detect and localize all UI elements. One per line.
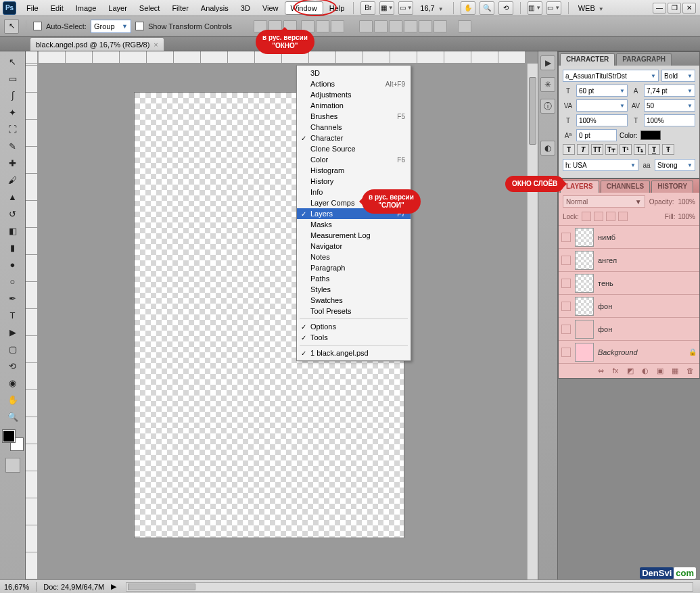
history-tab[interactable]: HISTORY — [651, 181, 693, 193]
magic-wand-tool[interactable]: ✦ — [5, 105, 21, 120]
ruler-origin[interactable] — [26, 51, 38, 64]
auto-select-checkbox[interactable] — [33, 22, 42, 30]
menu-item-paragraph[interactable]: Paragraph — [297, 262, 411, 273]
menu-item-navigator[interactable]: Navigator — [297, 241, 411, 252]
arrange-docs-button[interactable]: ▥▼ — [528, 1, 542, 15]
menu-item-adjustments[interactable]: Adjustments — [297, 89, 411, 100]
distribute-button[interactable] — [374, 20, 388, 32]
paragraph-tab[interactable]: PARAGRAPH — [616, 53, 672, 66]
eraser-tool[interactable]: ◧ — [5, 223, 21, 238]
type-tool[interactable]: T — [5, 308, 21, 323]
font-size-field[interactable]: 60 pt▼ — [576, 85, 628, 97]
horizontal-scrollbar[interactable] — [126, 582, 693, 592]
3d-orbit-tool[interactable]: ◉ — [5, 375, 21, 390]
show-transform-checkbox[interactable] — [135, 22, 144, 30]
brush-tool[interactable]: 🖌 — [5, 172, 21, 187]
align-right-button[interactable] — [331, 20, 344, 32]
menu-item-actions[interactable]: ActionsAlt+F9 — [297, 78, 411, 89]
layer-row[interactable]: фон — [559, 317, 699, 340]
3d-rotate-tool[interactable]: ⟲ — [5, 358, 21, 373]
opacity-value[interactable]: 100% — [678, 198, 695, 206]
vertical-ruler[interactable] — [26, 64, 38, 579]
menu-view[interactable]: View — [256, 1, 285, 15]
zoom-percentage[interactable]: 16,67% — [4, 583, 29, 591]
menu-item-document[interactable]: 1 black.angel.psd — [297, 348, 411, 358]
menu-analysis[interactable]: Analysis — [195, 1, 235, 15]
menu-item-paths[interactable]: Paths — [297, 273, 411, 284]
layer-thumbnail[interactable] — [575, 228, 594, 247]
menu-window[interactable]: Window — [285, 1, 323, 15]
menu-item-measurement-log[interactable]: Measurement Log — [297, 230, 411, 241]
menu-item-masks[interactable]: Masks — [297, 219, 411, 230]
doc-info-arrow[interactable]: ▶ — [111, 582, 116, 591]
layer-name[interactable]: ангел — [598, 256, 617, 264]
font-family-select[interactable]: a_AssuanTitulStrDst▼ — [563, 70, 659, 82]
screen-mode-button[interactable]: ▭▼ — [398, 1, 413, 15]
blur-tool[interactable]: ● — [5, 257, 21, 272]
layer-name[interactable]: Background — [598, 348, 638, 356]
menu-help[interactable]: Help — [323, 1, 351, 15]
layer-visibility-toggle[interactable] — [561, 279, 571, 288]
menu-item-channels[interactable]: Channels — [297, 122, 411, 133]
layer-thumbnail[interactable] — [575, 320, 594, 339]
menu-3d[interactable]: 3D — [235, 1, 256, 15]
layer-row[interactable]: ангел — [559, 248, 699, 271]
menu-item-3d[interactable]: 3D — [297, 68, 411, 78]
layer-visibility-toggle[interactable] — [561, 256, 571, 265]
new-layer-icon[interactable]: ▦ — [670, 366, 680, 376]
layer-mask-icon[interactable]: ◩ — [625, 366, 636, 376]
smallcaps-button[interactable]: Tᴛ — [605, 144, 617, 155]
gradient-tool[interactable]: ▮ — [5, 240, 21, 255]
align-hcenter-button[interactable] — [316, 20, 329, 32]
lock-position-button[interactable] — [606, 212, 615, 221]
delete-layer-icon[interactable]: 🗑 — [684, 366, 695, 376]
distribute-button[interactable] — [404, 20, 417, 32]
marquee-tool[interactable]: ▭ — [5, 71, 21, 86]
distribute-button[interactable] — [434, 20, 447, 32]
layer-thumbnail[interactable] — [575, 251, 594, 270]
zoom-tool[interactable]: 🔍 — [5, 409, 21, 424]
layer-name[interactable]: фон — [598, 302, 612, 310]
leading-field[interactable]: 7,74 pt▼ — [644, 85, 695, 97]
scrollbar-thumb[interactable] — [128, 584, 195, 590]
compass-icon[interactable]: ✳ — [540, 77, 555, 92]
menu-item-history[interactable]: History — [297, 176, 411, 187]
workspace-selector[interactable]: WEB ▼ — [576, 4, 607, 12]
menu-item-tool-presets[interactable]: Tool Presets — [297, 306, 411, 316]
menu-layer[interactable]: Layer — [102, 1, 133, 15]
strikethrough-button[interactable]: Ŧ — [662, 144, 674, 155]
circle-icon[interactable]: ◐ — [540, 141, 555, 156]
menu-item-color[interactable]: ColorF6 — [297, 154, 411, 165]
layer-name[interactable]: нимб — [598, 233, 615, 241]
menu-image[interactable]: Image — [70, 1, 103, 15]
quick-mask-toggle[interactable] — [5, 458, 20, 473]
menu-filter[interactable]: Filter — [166, 1, 194, 15]
close-tab-icon[interactable]: × — [154, 41, 158, 49]
baseline-field[interactable]: 0 pt — [576, 129, 617, 141]
layer-style-icon[interactable]: fx — [610, 366, 621, 376]
layer-thumbnail[interactable] — [575, 274, 594, 293]
lock-all-button[interactable] — [618, 212, 628, 221]
lock-pixels-button[interactable] — [594, 212, 603, 221]
history-brush-tool[interactable]: ↺ — [5, 206, 21, 221]
foreground-color-swatch[interactable] — [3, 430, 15, 442]
zoom-level[interactable]: 16,7 ▼ — [417, 4, 446, 12]
menu-item-styles[interactable]: Styles — [297, 284, 411, 295]
hscale-field[interactable]: 100% — [644, 114, 695, 126]
layer-row[interactable]: нимб — [559, 225, 699, 248]
dodge-tool[interactable]: ○ — [5, 274, 21, 289]
view-extras-button[interactable]: ▦▼ — [379, 1, 394, 15]
hand-tool-icon[interactable]: ✋ — [461, 1, 475, 15]
superscript-button[interactable]: T¹ — [620, 144, 632, 155]
lock-transparency-button[interactable] — [582, 212, 591, 221]
menu-item-clone-source[interactable]: Clone Source — [297, 143, 411, 154]
layer-visibility-toggle[interactable] — [561, 302, 571, 311]
layer-visibility-toggle[interactable] — [561, 233, 571, 242]
layer-name[interactable]: фон — [598, 325, 612, 333]
antialias-select[interactable]: Strong▼ — [655, 159, 695, 171]
menu-item-brushes[interactable]: BrushesF5 — [297, 111, 411, 122]
underline-button[interactable]: T — [648, 144, 660, 155]
menu-item-options[interactable]: Options — [297, 321, 411, 332]
layer-row[interactable]: фон — [559, 294, 699, 317]
info-icon[interactable]: ⓘ — [540, 99, 555, 114]
